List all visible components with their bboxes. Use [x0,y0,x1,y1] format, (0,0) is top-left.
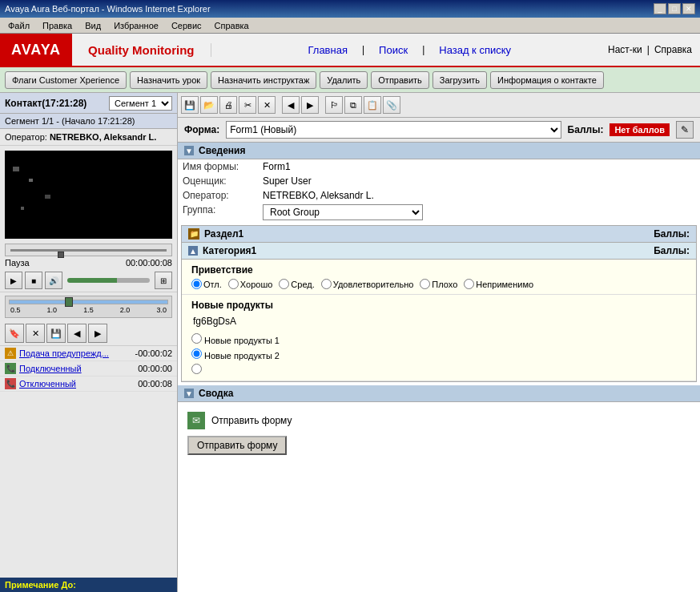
play-button[interactable]: ▶ [5,272,22,289]
menu-edit[interactable]: Правка [36,20,78,31]
info-label-group: Группа: [178,203,258,222]
upload-button[interactable]: Загрузить [432,71,487,89]
event-item[interactable]: ⚠ Подача предупрежд... -00:00:02 [0,346,177,361]
notes-bar[interactable]: Примечание До: [0,578,177,592]
event-item[interactable]: 📞 Подключенный 00:00:00 [0,361,177,377]
event-time-2: 00:00:00 [138,364,172,373]
title-bar: Avaya Aura Веб-портал - Windows Internet… [0,0,700,18]
form-tool-save[interactable]: 💾 [181,96,199,114]
timeline-track [10,249,167,252]
nav-help[interactable]: Справка [654,44,692,55]
event-label-3[interactable]: Отключенный [19,379,135,389]
question-products-title: Новые продукты [191,300,686,311]
menu-view[interactable]: Вид [78,20,107,31]
folder-icon: 📁 [188,228,199,240]
text-answer-products: fg6BgDsA [191,314,686,328]
info-section-toggle[interactable]: ▼ [184,146,194,155]
form-tool-paste[interactable]: 📋 [364,96,381,114]
menu-help[interactable]: Справка [208,20,255,31]
summary-section-header[interactable]: ▼ Сводка [178,385,700,402]
nav-settings[interactable]: Наст-ки [608,44,642,55]
timeline-thumb[interactable] [58,252,64,258]
form-tool-prev[interactable]: ◀ [282,96,300,114]
timeline[interactable] [5,244,172,256]
nav-home[interactable]: Главная [301,44,353,56]
radio-satisfactory[interactable]: Удовлетворительно [321,279,414,289]
question-greeting: Приветствие Отл. Хорошо Сред. Удовлетв [182,260,696,295]
radio-good[interactable]: Хорошо [228,279,273,289]
operator-info: Оператор: NETREBKO, Aleksandr L. [0,129,177,146]
form-select-label: Форма: [184,124,219,135]
info-row-group: Группа: Root Group [178,203,700,222]
app-header: AVAYA Quality Monitoring Главная | Поиск… [0,34,700,67]
nav-sep2: | [422,44,424,55]
delete-button[interactable]: Удалить [320,71,368,89]
category1-toggle[interactable]: ▲ [188,246,198,256]
stop-button[interactable]: ■ [25,272,42,289]
nav-next-btn[interactable]: ▶ [88,324,107,343]
nav-search[interactable]: Поиск [372,44,414,56]
form-tool-copy[interactable]: ⧉ [344,96,362,114]
info-value-group: Root Group [258,203,700,222]
event-label-1[interactable]: Подача предупрежд... [19,348,132,358]
menu-file[interactable]: Файл [2,20,36,31]
form-tool-next[interactable]: ▶ [301,96,319,114]
nav-bookmark-btn[interactable]: 🔖 [5,324,24,343]
form-tool-print[interactable]: 🖨 [219,96,237,114]
radio-product2[interactable]: Новые продукты 2 [191,348,686,360]
send-button[interactable]: Отправить [371,71,429,89]
submit-button[interactable]: Отправить форму [187,436,287,455]
contact-info-button[interactable]: Информация о контакте [490,71,604,89]
fullscreen-button[interactable]: ⊞ [155,272,172,289]
volume-slider[interactable] [67,278,150,283]
radio-excellent[interactable]: Отл. [191,279,222,289]
form-tool-open[interactable]: 📂 [200,96,218,114]
radio-na[interactable]: Неприменимо [464,279,533,289]
right-panel: 💾 📂 🖨 ✂ ✕ ◀ ▶ 🏳 ⧉ 📋 📎 Форма: Form1 (Новы… [178,93,700,592]
nav-save-btn[interactable]: 💾 [46,324,66,343]
submit-row: ✉ Отправить форму [187,412,690,429]
form-select-dropdown[interactable]: Form1 (Новый) [226,121,561,139]
nav-back[interactable]: Назад к списку [432,44,517,56]
close-btn[interactable]: ✕ [682,3,695,14]
speed-thumb[interactable] [65,297,73,307]
nav-delete-btn[interactable]: ✕ [26,324,45,343]
maximize-btn[interactable]: □ [668,3,681,14]
info-value-evaluator: Super User [258,174,700,188]
volume-button[interactable]: 🔊 [45,272,62,289]
event-label-2[interactable]: Подключенный [19,364,135,373]
segment-select[interactable]: Сегмент 1 [109,96,172,111]
radio-medium[interactable]: Сред. [279,279,314,289]
form-content: ▼ Сведения Имя формы: Form1 Оценщик: Sup… [178,143,700,592]
section-part1-header: 📁 Раздел1 Баллы: [182,226,696,243]
menu-favorites[interactable]: Избранное [107,20,165,31]
category1-header[interactable]: ▲ Категория1 Баллы: [182,243,696,260]
info-row-evaluator: Оценщик: Super User [178,174,700,188]
flags-button[interactable]: Флаги Customer Xperience [5,71,127,89]
main-toolbar: Флаги Customer Xperience Назначить урок … [0,67,700,93]
info-value-formname: Form1 [258,159,700,174]
assign-lesson-button[interactable]: Назначить урок [130,71,207,89]
minimize-btn[interactable]: _ [654,3,666,14]
speed-track[interactable] [9,300,168,304]
event-item[interactable]: 📞 Отключенный 00:00:08 [0,377,177,392]
form-tool-flag[interactable]: 🏳 [325,96,343,114]
contact-title: Контакт(17:21:28) [5,98,86,109]
summary-toggle[interactable]: ▼ [184,389,194,398]
section-part1-title: Раздел1 [204,228,649,240]
info-section-header[interactable]: ▼ Сведения [178,143,700,159]
radio-product1[interactable]: Новые продукты 1 [191,333,686,345]
form-tool-cut[interactable]: ✂ [239,96,256,114]
radio-bad[interactable]: Плохо [420,279,457,289]
assign-instructor-button[interactable]: Назначить инструктаж [211,71,316,89]
group-select[interactable]: Root Group [263,204,423,220]
form-toolbar: 💾 📂 🖨 ✂ ✕ ◀ ▶ 🏳 ⧉ 📋 📎 [178,93,700,118]
contact-header: Контакт(17:21:28) Сегмент 1 [0,93,177,114]
event-time-1: -00:00:02 [135,348,172,358]
menu-tools[interactable]: Сервис [165,20,208,31]
nav-prev-btn[interactable]: ◀ [67,324,86,343]
form-tool-attach[interactable]: 📎 [383,96,400,114]
radio-product3[interactable] [191,364,686,376]
form-tool-delete[interactable]: ✕ [258,96,276,114]
score-edit-btn[interactable]: ✎ [676,121,694,139]
